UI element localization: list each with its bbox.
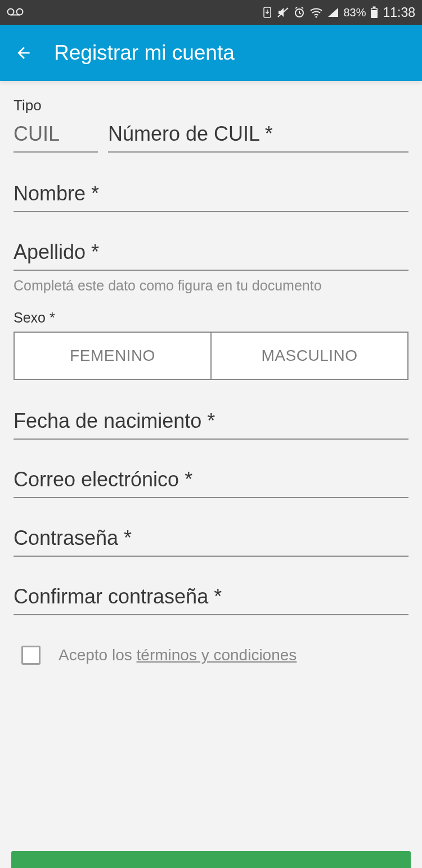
confirm-password-field[interactable] (14, 580, 408, 615)
sexo-masculino-button[interactable]: MASCULINO (212, 333, 407, 379)
download-icon (262, 7, 272, 18)
apellido-input[interactable] (14, 236, 408, 270)
submit-button[interactable] (11, 851, 411, 868)
status-left (7, 6, 24, 19)
mute-icon (277, 7, 289, 18)
svg-point-0 (8, 8, 14, 15)
tipo-field[interactable] (14, 118, 98, 153)
battery-pct: 83% (343, 6, 366, 19)
page-title: Registrar mi cuenta (54, 41, 235, 65)
alarm-icon (294, 7, 305, 18)
form-content: Tipo Completá este dato como figura en t… (0, 81, 422, 665)
nombre-input[interactable] (14, 177, 408, 211)
arrow-left-icon (15, 44, 33, 62)
terms-link[interactable]: términos y condiciones (137, 646, 297, 664)
app-bar: Registrar mi cuenta (0, 25, 422, 81)
svg-line-7 (302, 7, 303, 8)
voicemail-icon (7, 6, 24, 19)
cuil-field[interactable] (108, 118, 408, 153)
android-status-bar: 83% 11:38 (0, 0, 422, 25)
svg-point-1 (17, 8, 23, 15)
apellido-helper: Completá este dato como figura en tu doc… (14, 278, 408, 294)
sexo-femenino-button[interactable]: FEMENINO (15, 333, 212, 379)
fecha-field[interactable] (14, 405, 408, 440)
wifi-icon (309, 7, 323, 18)
status-right: 83% 11:38 (262, 5, 415, 20)
signal-icon (327, 7, 339, 17)
terms-checkbox[interactable] (21, 646, 41, 665)
terms-prefix: Acepto los (59, 646, 137, 664)
confirm-password-input[interactable] (14, 580, 408, 614)
cuil-input[interactable] (108, 118, 408, 151)
password-input[interactable] (14, 522, 408, 556)
back-button[interactable] (14, 43, 34, 63)
fecha-input[interactable] (14, 405, 408, 439)
terms-text: Acepto los términos y condiciones (59, 646, 297, 664)
battery-icon (370, 6, 378, 19)
correo-field[interactable] (14, 463, 408, 498)
svg-point-8 (316, 16, 317, 17)
svg-rect-11 (372, 9, 377, 11)
tipo-label: Tipo (14, 97, 408, 114)
svg-rect-10 (373, 7, 376, 8)
sexo-toggle: FEMENINO MASCULINO (14, 332, 408, 380)
terms-row: Acepto los términos y condiciones (14, 639, 408, 665)
correo-input[interactable] (14, 463, 408, 497)
svg-line-6 (295, 7, 297, 8)
password-field[interactable] (14, 522, 408, 557)
apellido-field[interactable] (14, 236, 408, 271)
nombre-field[interactable] (14, 177, 408, 212)
clock-text: 11:38 (383, 5, 415, 20)
sexo-label: Sexo * (14, 310, 408, 326)
tipo-input[interactable] (14, 118, 98, 151)
